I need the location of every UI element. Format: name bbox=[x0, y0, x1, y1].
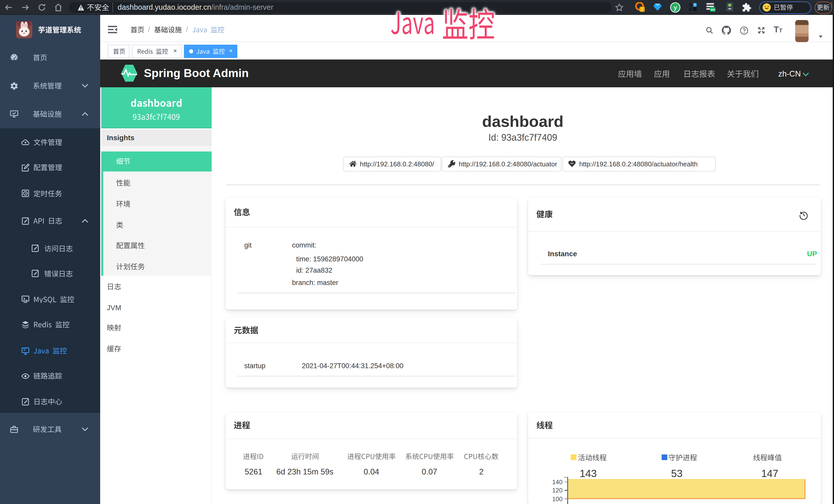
svg-text:y: y bbox=[674, 4, 677, 10]
svg-text:on: on bbox=[710, 7, 715, 12]
svg-text:1: 1 bbox=[641, 7, 643, 12]
